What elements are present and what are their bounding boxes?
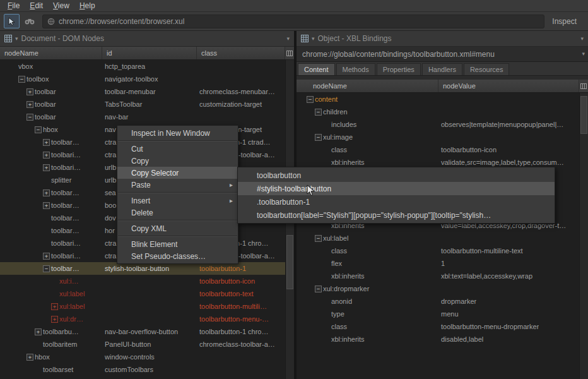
- tree-row[interactable]: +xul:dr…toolbarbutton-menu-…: [0, 313, 285, 325]
- tree-row[interactable]: flex1: [297, 257, 579, 270]
- tree-row[interactable]: vboxhctp_toparea: [0, 60, 285, 73]
- column-header-nodevalue[interactable]: nodeValue: [438, 80, 579, 92]
- menu-help[interactable]: Help: [74, 0, 100, 11]
- expand-icon[interactable]: +: [51, 316, 58, 323]
- tab-properties[interactable]: Properties: [377, 63, 421, 75]
- tree-row[interactable]: −xul:image: [297, 131, 579, 143]
- address-bar[interactable]: chrome://browser/content/browser.xul: [42, 15, 544, 28]
- expand-icon[interactable]: +: [43, 190, 50, 196]
- collapse-icon[interactable]: −: [307, 96, 314, 103]
- menu-item-label: Inspect in New Window: [131, 129, 233, 138]
- tree-row[interactable]: −content: [297, 93, 579, 105]
- scrollbar-thumb[interactable]: [580, 96, 587, 134]
- selector-submenu-item[interactable]: toolbarbutton[label="Stylish"][popup="st…: [238, 208, 555, 222]
- tree-row[interactable]: xul:i…toolbarbutton-icon: [0, 275, 285, 287]
- column-header-id[interactable]: id: [102, 47, 197, 59]
- column-header-nodename[interactable]: nodeName: [297, 80, 438, 92]
- xbl-tree-scrollbar[interactable]: [579, 93, 588, 379]
- collapse-icon[interactable]: −: [43, 265, 50, 272]
- expand-icon[interactable]: +: [43, 202, 50, 209]
- inspect-button[interactable]: Inspect: [544, 17, 584, 26]
- menu-edit[interactable]: Edit: [25, 0, 48, 11]
- tree-row[interactable]: +xul:labeltoolbarbutton-multili…: [0, 300, 285, 313]
- tree-row[interactable]: classtoolbarbutton-icon: [297, 143, 579, 156]
- expand-icon[interactable]: +: [26, 354, 33, 361]
- tree-row[interactable]: +toolbarbu…nav-bar-overflow-buttontoolba…: [0, 325, 285, 338]
- tree-row[interactable]: +toolbarTabsToolbarcustomization-target: [0, 98, 285, 111]
- node-class-text: toolbarbutton-multili…: [197, 300, 285, 313]
- selector-submenu-item[interactable]: .toolbarbutton-1: [238, 195, 555, 208]
- binding-url-row[interactable]: chrome://global/content/bindings/toolbar…: [297, 47, 588, 62]
- node-value-text: toolbarbutton-icon: [438, 143, 497, 156]
- inspect-element-button[interactable]: [4, 14, 20, 28]
- node-value-text: toolbarbutton-multiline-text: [438, 244, 523, 257]
- tree-row[interactable]: −xul:label: [297, 232, 579, 244]
- tree-row[interactable]: toolbarsetcustomToolbars: [0, 363, 285, 376]
- menu-file[interactable]: File: [3, 0, 25, 11]
- expand-icon[interactable]: +: [26, 88, 33, 95]
- menu-view[interactable]: View: [48, 0, 74, 11]
- expand-icon[interactable]: +: [43, 253, 50, 260]
- collapse-icon[interactable]: −: [315, 235, 322, 242]
- tree-row[interactable]: xbl:inheritsxbl:text=label,accesskey,wra…: [297, 270, 579, 282]
- selector-submenu-item[interactable]: #stylish-toolbar-button: [238, 182, 555, 195]
- tree-row[interactable]: −toolboxnavigator-toolbox: [0, 73, 285, 85]
- panel-select-chevron-icon[interactable]: ▾: [312, 36, 315, 42]
- tree-row[interactable]: −xul:dropmarker: [297, 282, 579, 295]
- tree-row[interactable]: classtoolbarbutton-multiline-text: [297, 244, 579, 257]
- tree-row[interactable]: −children: [297, 105, 579, 118]
- find-button[interactable]: [21, 14, 37, 28]
- context-menu-item[interactable]: Set Pseudo-classes…: [117, 250, 238, 262]
- tree-row[interactable]: xul:labeltoolbarbutton-text: [0, 287, 285, 300]
- submenu-arrow-icon: ▸: [230, 181, 233, 188]
- tree-row[interactable]: +hboxwindow-controls: [0, 351, 285, 363]
- tree-row[interactable]: −toolbar…stylish-toolbar-buttontoolbarbu…: [0, 262, 285, 275]
- binding-dropdown-icon[interactable]: ▾: [582, 51, 585, 57]
- context-menu-item[interactable]: Copy: [117, 155, 238, 167]
- context-menu-item[interactable]: Copy XML: [117, 222, 238, 234]
- panel-menu-icon[interactable]: ▾: [580, 36, 584, 42]
- context-menu-item[interactable]: Cut: [117, 143, 238, 155]
- collapse-icon[interactable]: −: [315, 109, 322, 116]
- expand-icon[interactable]: +: [43, 164, 50, 171]
- column-picker-icon[interactable]: [579, 80, 588, 92]
- collapse-icon[interactable]: −: [18, 76, 25, 83]
- expand-icon[interactable]: +: [26, 101, 33, 108]
- context-menu-item[interactable]: Paste▸: [117, 179, 238, 191]
- tab-handlers[interactable]: Handlers: [422, 63, 462, 75]
- collapse-icon[interactable]: −: [315, 134, 322, 141]
- context-menu-item[interactable]: Inspect in New Window: [117, 127, 238, 139]
- address-url[interactable]: chrome://browser/content/browser.xul: [59, 17, 184, 26]
- tree-row[interactable]: includesobserves|template|menupopup|pane…: [297, 118, 579, 131]
- context-menu-item[interactable]: Copy Selector: [117, 167, 238, 179]
- tree-row[interactable]: classtoolbarbutton-menu-dropmarker: [297, 320, 579, 333]
- tab-content[interactable]: Content: [298, 63, 335, 75]
- tree-row[interactable]: anoniddropmarker: [297, 295, 579, 308]
- expand-icon[interactable]: +: [43, 152, 50, 159]
- collapse-icon[interactable]: −: [26, 114, 33, 121]
- tab-methods[interactable]: Methods: [336, 63, 375, 75]
- collapse-icon[interactable]: −: [35, 126, 42, 133]
- context-menu-item[interactable]: Insert▸: [117, 195, 238, 207]
- tree-row[interactable]: xbl:inheritsdisabled,label: [297, 333, 579, 346]
- scrollbar-thumb[interactable]: [286, 235, 293, 289]
- tree-row[interactable]: typemenu: [297, 308, 579, 320]
- tree-row[interactable]: +toolbartoolbar-menubarchromeclass-menub…: [0, 85, 285, 98]
- context-menu-item[interactable]: Blink Element: [117, 238, 238, 250]
- panel-select-chevron-icon[interactable]: ▾: [15, 36, 18, 42]
- panel-menu-icon[interactable]: ▾: [286, 36, 290, 42]
- node-class-text: toolbarbutton-1 chro…: [197, 325, 285, 338]
- selector-submenu-item[interactable]: toolbarbutton: [238, 169, 555, 182]
- column-header-class[interactable]: class: [197, 47, 285, 59]
- tree-row[interactable]: −toolbarnav-bar: [0, 111, 285, 123]
- tab-resources[interactable]: Resources: [464, 63, 510, 75]
- collapse-icon[interactable]: −: [315, 286, 322, 292]
- expand-icon[interactable]: +: [35, 328, 42, 335]
- expand-icon[interactable]: +: [43, 139, 50, 146]
- column-header-nodename[interactable]: nodeName: [0, 47, 102, 59]
- expand-icon[interactable]: +: [51, 303, 58, 310]
- context-menu-item[interactable]: Delete: [117, 207, 238, 219]
- tree-row[interactable]: toolbaritemPanelUI-buttonchromeclass-too…: [0, 338, 285, 351]
- column-picker-icon[interactable]: [285, 47, 294, 59]
- node-name-text: toolbari…: [51, 151, 81, 159]
